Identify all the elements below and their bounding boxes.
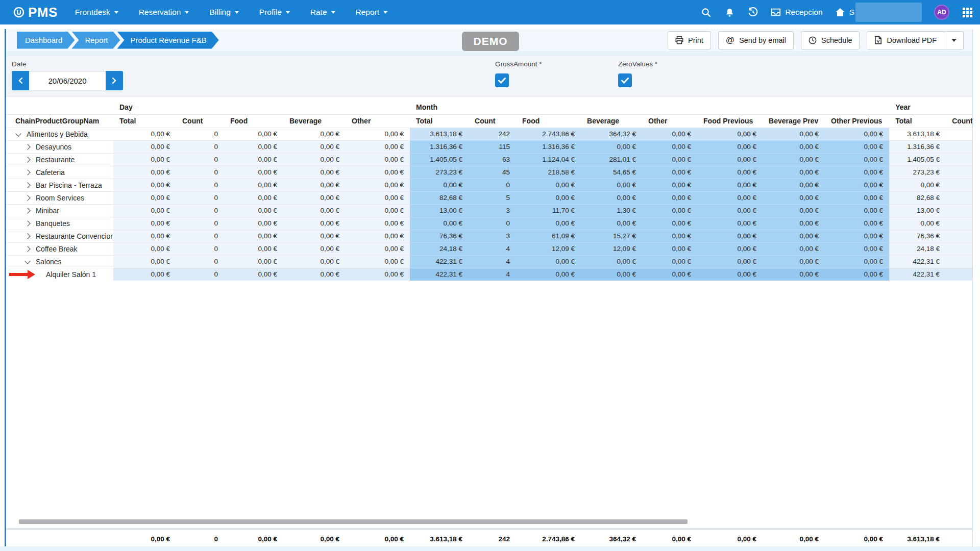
expand-toggle-icon[interactable]	[24, 195, 30, 201]
day-value-cell: 0,00 €	[283, 128, 346, 140]
workspace-label: Recepcion	[785, 8, 822, 17]
date-input[interactable]	[29, 71, 106, 90]
month-value-cell: 0,00 €	[410, 217, 469, 230]
chevron-down-icon	[185, 11, 189, 14]
day-value-cell: 0,00 €	[346, 242, 410, 255]
expand-toggle-icon[interactable]	[24, 169, 30, 175]
month-value-cell: 11,70 €	[516, 204, 581, 217]
month-value-cell: 0,00 €	[763, 230, 825, 242]
table-row[interactable]: Alquiler Salón 10,00 €00,00 €0,00 €0,00 …	[6, 268, 972, 281]
download-pdf-label: Download PDF	[887, 36, 937, 44]
table-row[interactable]: Coffee Break0,00 €00,00 €0,00 €0,00 €24,…	[6, 242, 972, 255]
day-value-cell: 0,00 €	[113, 191, 176, 204]
expand-toggle-icon[interactable]	[24, 157, 30, 162]
day-value-cell: 0	[176, 179, 224, 191]
apps-grid-icon[interactable]	[962, 7, 973, 18]
day-value-cell: 0,00 €	[283, 268, 346, 281]
day-value-cell: 0,00 €	[283, 166, 346, 179]
nav-report[interactable]: Report	[356, 8, 388, 17]
day-value-cell: 0,00 €	[346, 204, 410, 217]
nav-profile[interactable]: Profile	[259, 8, 290, 17]
month-value-cell: 0,00 €	[697, 255, 763, 268]
row-name-cell: Room Services	[6, 191, 113, 204]
download-pdf-button[interactable]: Download PDF	[867, 31, 944, 49]
nav-reservation[interactable]: Reservation	[139, 8, 189, 17]
col-header: Beverage	[283, 114, 346, 128]
expand-toggle-icon[interactable]	[24, 233, 30, 239]
footer-month-total-cell: 242	[469, 531, 516, 546]
totals-footer-container: 0,00 €00,00 €0,00 €0,00 €3.613,18 €2422.…	[6, 531, 972, 546]
month-value-cell: 218,58 €	[516, 166, 581, 179]
nav-frontdesk[interactable]: Frontdesk	[75, 8, 118, 17]
year-value-cell	[946, 268, 972, 281]
schedule-button[interactable]: Schedule	[801, 31, 860, 49]
expand-toggle-icon[interactable]	[24, 246, 30, 252]
footer-year-total-cell: 3.613,18 €	[889, 531, 946, 546]
zero-values-checkbox[interactable]	[618, 73, 632, 87]
horizontal-scrollbar-thumb[interactable]	[19, 519, 688, 524]
workspace-selector[interactable]: Recepcion	[771, 8, 822, 17]
redaction-overlay	[855, 3, 922, 22]
table-row[interactable]: Room Services0,00 €00,00 €0,00 €0,00 €82…	[6, 191, 972, 204]
expand-toggle-icon[interactable]	[24, 144, 30, 149]
send-by-email-button[interactable]: @ Send by email	[718, 31, 794, 49]
group-header-month: Month	[410, 100, 889, 114]
property-selector[interactable]: S	[835, 3, 922, 22]
demo-badge: DEMO	[462, 32, 519, 51]
month-value-cell: 4	[469, 242, 516, 255]
month-value-cell: 45	[469, 166, 516, 179]
gross-amount-checkbox[interactable]	[495, 73, 509, 87]
row-label: Desayunos	[36, 143, 71, 151]
print-button[interactable]: Print	[668, 31, 711, 49]
table-row[interactable]: Restaurante Convencior0,00 €00,00 €0,00 …	[6, 230, 972, 242]
date-filter: Date	[12, 60, 123, 90]
history-icon[interactable]	[747, 7, 758, 18]
month-value-cell: 12,09 €	[581, 242, 642, 255]
breadcrumb-dashboard[interactable]: Dashboard	[17, 32, 75, 49]
collapse-toggle-icon[interactable]	[15, 131, 21, 136]
day-value-cell: 0,00 €	[113, 166, 176, 179]
month-value-cell: 0,00 €	[697, 128, 763, 140]
table-row[interactable]: Salones0,00 €00,00 €0,00 €0,00 €422,31 €…	[6, 255, 972, 268]
at-sign-icon: @	[726, 35, 734, 45]
breadcrumb-report[interactable]: Report	[71, 32, 120, 49]
date-next-button[interactable]	[106, 71, 123, 90]
month-value-cell: 0,00 €	[697, 191, 763, 204]
year-value-cell: 0,00 €	[889, 217, 946, 230]
expand-toggle-icon[interactable]	[24, 208, 30, 213]
search-icon[interactable]	[700, 7, 712, 18]
table-row[interactable]: Restaurante0,00 €00,00 €0,00 €0,00 €1.40…	[6, 153, 972, 166]
expand-toggle-icon[interactable]	[24, 182, 30, 188]
pms-logo[interactable]: PMS	[13, 5, 58, 20]
check-icon	[498, 78, 506, 84]
download-options-button[interactable]	[944, 31, 964, 49]
row-name-cell: Banquetes	[6, 217, 113, 230]
nav-billing[interactable]: Billing	[209, 8, 238, 17]
month-value-cell: 0,00 €	[825, 153, 889, 166]
notifications-bell-icon[interactable]	[724, 7, 735, 18]
col-header: Beverage Prev	[763, 114, 825, 128]
date-previous-button[interactable]	[12, 71, 29, 90]
month-value-cell: 0,00 €	[642, 204, 697, 217]
table-row[interactable]: Minibar0,00 €00,00 €0,00 €0,00 €13,00 €3…	[6, 204, 972, 217]
table-row[interactable]: Alimentos y Bebida0,00 €00,00 €0,00 €0,0…	[6, 128, 972, 140]
month-value-cell: 0,00 €	[642, 268, 697, 281]
table-row[interactable]: Desayunos0,00 €00,00 €0,00 €0,00 €1.316,…	[6, 140, 972, 153]
table-row[interactable]: Cafeteria0,00 €00,00 €0,00 €0,00 €273,23…	[6, 166, 972, 179]
year-value-cell: 422,31 €	[889, 268, 946, 281]
day-value-cell: 0,00 €	[113, 128, 176, 140]
month-value-cell: 1,30 €	[581, 204, 642, 217]
col-header: Beverage	[581, 114, 642, 128]
collapse-toggle-icon[interactable]	[24, 258, 30, 264]
month-value-cell: 0,00 €	[642, 191, 697, 204]
month-value-cell: 0,00 €	[697, 217, 763, 230]
expand-toggle-icon[interactable]	[24, 220, 30, 226]
table-row[interactable]: Bar Piscina - Terraza0,00 €00,00 €0,00 €…	[6, 179, 972, 191]
avatar[interactable]: AD	[934, 5, 949, 20]
gross-amount-filter: GrossAmount *	[495, 60, 542, 87]
month-value-cell: 0,00 €	[516, 255, 581, 268]
row-label: Banquetes	[36, 219, 70, 228]
table-row[interactable]: Banquetes0,00 €00,00 €0,00 €0,00 €0,00 €…	[6, 217, 972, 230]
nav-rate[interactable]: Rate	[310, 8, 335, 17]
download-pdf-group: Download PDF	[867, 31, 964, 49]
